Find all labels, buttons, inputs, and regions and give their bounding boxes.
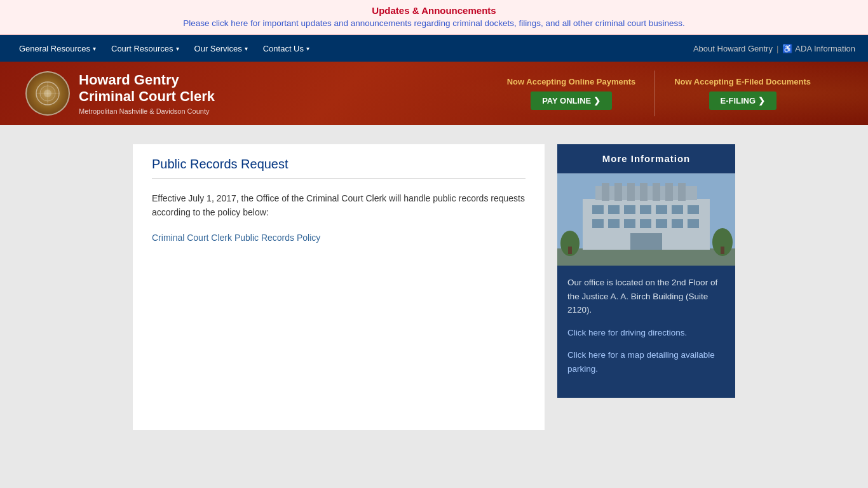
nav-contact-us[interactable]: Contact Us ▾ <box>257 35 316 62</box>
parking-map-link[interactable]: Click here for a map detailing available… <box>567 350 715 374</box>
svg-rect-18 <box>624 205 635 214</box>
logo-icon <box>35 81 60 106</box>
announcement-bar: Updates & Announcements Please click her… <box>0 0 868 35</box>
pay-online-label: Now Accepting Online Payments <box>507 77 636 86</box>
nav-court-resources[interactable]: Court Resources ▾ <box>105 35 186 62</box>
logo-sub-name: Criminal Court Clerk <box>79 88 215 105</box>
svg-rect-29 <box>688 219 699 228</box>
nav-our-services[interactable]: Our Services ▾ <box>188 35 254 62</box>
nav-about-howard[interactable]: About Howard Gentry <box>693 44 773 53</box>
page-body: Effective July 1, 2017, the Office of th… <box>152 191 526 220</box>
page-title: Public Records Request <box>152 157 526 172</box>
main-content: Public Records Request Effective July 1,… <box>123 144 745 430</box>
sidebar-building-image <box>557 173 735 266</box>
efiling-label: Now Accepting E-Filed Documents <box>674 77 811 86</box>
logo-main-name: Howard Gentry <box>79 72 215 88</box>
header-banner: Howard Gentry Criminal Court Clerk Metro… <box>0 62 868 125</box>
nav-bar: General Resources ▾ Court Resources ▾ Ou… <box>0 35 868 62</box>
records-policy-link[interactable]: Criminal Court Clerk Public Records Poli… <box>152 233 320 243</box>
announcement-title: Updates & Announcements <box>10 5 858 16</box>
svg-rect-25 <box>624 219 635 228</box>
announcement-body[interactable]: Please click here for important updates … <box>10 18 858 28</box>
svg-rect-27 <box>656 219 667 228</box>
svg-rect-23 <box>592 219 604 228</box>
nav-left: General Resources ▾ Court Resources ▾ Ou… <box>13 35 316 62</box>
sidebar-body: Our office is located on the 2nd Floor o… <box>557 266 735 398</box>
svg-rect-33 <box>568 247 572 254</box>
svg-rect-30 <box>630 233 662 250</box>
payment-online-block: Now Accepting Online Payments PAY ONLINE… <box>488 71 655 116</box>
svg-rect-14 <box>665 183 673 201</box>
svg-rect-13 <box>653 183 660 201</box>
payment-area: Now Accepting Online Payments PAY ONLINE… <box>488 71 830 116</box>
logo-circle <box>25 71 70 116</box>
svg-rect-22 <box>688 205 699 214</box>
driving-directions-link[interactable]: Click here for driving directions. <box>567 328 687 337</box>
left-content: Public Records Request Effective July 1,… <box>133 144 545 430</box>
announcement-link[interactable]: Please click here for important updates … <box>183 18 684 28</box>
svg-rect-9 <box>602 183 609 201</box>
svg-rect-26 <box>640 219 651 228</box>
chevron-down-icon: ▾ <box>176 45 179 52</box>
nav-separator: | <box>776 44 778 53</box>
nav-right: About Howard Gentry | ♿ ADA Information <box>693 44 855 53</box>
svg-rect-16 <box>592 205 604 214</box>
building-svg <box>557 173 735 266</box>
chevron-down-icon: ▾ <box>306 45 309 52</box>
svg-rect-15 <box>678 183 686 201</box>
svg-rect-17 <box>608 205 620 214</box>
page-title-row: Public Records Request <box>152 157 526 179</box>
svg-rect-24 <box>608 219 620 228</box>
ada-icon: ♿ <box>782 44 792 53</box>
svg-rect-34 <box>721 247 724 254</box>
svg-rect-21 <box>672 205 683 214</box>
payment-efiling-block: Now Accepting E-Filed Documents E-FILING… <box>654 71 830 116</box>
chevron-down-icon: ▾ <box>93 45 96 52</box>
chevron-down-icon: ▾ <box>245 45 248 52</box>
nav-general-resources[interactable]: General Resources ▾ <box>13 35 102 62</box>
logo-text: Howard Gentry Criminal Court Clerk Metro… <box>79 72 215 116</box>
svg-rect-6 <box>557 248 735 266</box>
sidebar-header: More Information <box>557 144 735 173</box>
logo-area: Howard Gentry Criminal Court Clerk Metro… <box>25 71 215 116</box>
svg-rect-19 <box>640 205 651 214</box>
svg-rect-20 <box>656 205 667 214</box>
logo-metro: Metropolitan Nashville & Davidson County <box>79 107 215 115</box>
sidebar-office-location: Our office is located on the 2nd Floor o… <box>567 276 725 317</box>
pay-online-button[interactable]: PAY ONLINE ❯ <box>531 92 612 110</box>
svg-rect-12 <box>640 183 648 201</box>
nav-ada-info[interactable]: ADA Information <box>795 44 855 53</box>
svg-rect-10 <box>614 183 622 201</box>
efiling-button[interactable]: E-FILING ❯ <box>709 92 776 110</box>
right-sidebar: More Information <box>557 144 735 398</box>
svg-rect-28 <box>672 219 683 228</box>
svg-rect-11 <box>627 183 635 201</box>
